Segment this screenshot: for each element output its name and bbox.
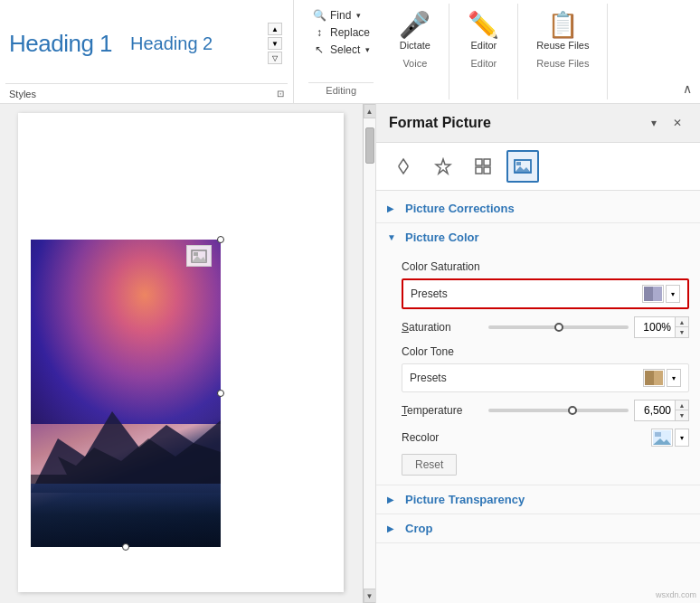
editor-group: ✏️ Editor Editor: [449, 4, 518, 99]
picture-color-content: Color Saturation Presets ▾: [376, 251, 700, 485]
saturation-presets-dropdown[interactable]: ▾: [642, 285, 680, 303]
svg-rect-6: [476, 159, 482, 165]
watermark: wsxdn.com: [656, 590, 696, 599]
tab-layout[interactable]: [467, 150, 499, 183]
mountain-silhouette: [31, 384, 221, 493]
tab-effects[interactable]: [427, 150, 459, 183]
temperature-slider-track[interactable]: [488, 409, 629, 412]
reset-container: Reset: [402, 454, 689, 476]
saturation-presets-icon[interactable]: [642, 285, 664, 303]
editor-label: Editor: [470, 40, 497, 51]
temperature-label: Temperature: [402, 404, 483, 417]
reset-button[interactable]: Reset: [402, 454, 457, 476]
svg-rect-11: [516, 162, 521, 165]
crop-section: ▶ Crop: [376, 514, 700, 543]
image-container[interactable]: [31, 240, 221, 547]
styles-section: Heading 1 Heading 2 ▲ ▼ ▽ Styles ⊡: [0, 0, 294, 103]
editor-icon: ✏️: [468, 13, 499, 38]
scrollbar-thumb[interactable]: [365, 127, 374, 164]
document-scrollbar[interactable]: ▲ ▼: [363, 104, 375, 603]
main-area: ▲ ▼: [0, 104, 700, 603]
ribbon-collapse-button[interactable]: ∧: [678, 80, 696, 98]
panel-header: Format Picture ▾ ✕: [376, 104, 700, 143]
heading2-style[interactable]: Heading 2: [130, 33, 213, 54]
tab-picture[interactable]: [506, 150, 539, 183]
find-dropdown-arrow[interactable]: ▾: [356, 11, 361, 20]
document-image[interactable]: [31, 240, 221, 547]
handle-top-right[interactable]: [217, 236, 224, 243]
color-title: Picture Color: [405, 231, 479, 244]
editor-group-label: Editor: [470, 58, 497, 69]
ribbon-right: 🔍 Find ▾ ↕ Replace ↖ Select ▾ Editing 🎤: [294, 0, 700, 103]
scroll-up-arrow[interactable]: ▲: [268, 23, 282, 35]
color-expand-arrow: ▼: [387, 232, 398, 242]
saturation-slider-thumb[interactable]: [554, 323, 563, 332]
temperature-up-arrow[interactable]: ▲: [676, 400, 688, 410]
format-picture-panel: Format Picture ▾ ✕: [375, 104, 700, 603]
svg-marker-5: [436, 159, 450, 174]
panel-title: Format Picture: [389, 115, 491, 131]
voice-group-label: Voice: [402, 58, 427, 69]
saturation-down-arrow[interactable]: ▼: [676, 327, 688, 337]
scroll-down-arrow[interactable]: ▼: [268, 37, 282, 50]
styles-footer: Styles ⊡: [5, 83, 288, 103]
saturation-label: Saturation: [402, 321, 483, 334]
dictate-group: 🎤 Dictate Voice: [381, 4, 449, 99]
fill-line-icon: [394, 157, 412, 175]
tone-presets-icon[interactable]: [643, 369, 665, 387]
temperature-down-arrow[interactable]: ▼: [676, 410, 688, 420]
picture-color-header[interactable]: ▼ Picture Color: [376, 223, 700, 251]
effects-icon: [434, 157, 452, 175]
svg-marker-4: [192, 256, 206, 262]
recolor-dropdown[interactable]: ▾: [651, 429, 689, 447]
picture-corrections-header[interactable]: ▶ Picture Corrections: [376, 194, 700, 222]
picture-transparency-header[interactable]: ▶ Picture Transparency: [376, 485, 700, 513]
crop-title: Crop: [405, 522, 432, 535]
find-button[interactable]: 🔍 Find ▾: [308, 7, 374, 24]
select-button[interactable]: ↖ Select ▾: [308, 42, 374, 58]
picture-corrections-section: ▶ Picture Corrections: [376, 194, 700, 223]
panel-header-icons: ▾ ✕: [644, 113, 687, 133]
tone-presets-label: Presets: [410, 372, 447, 384]
panel-scroll-area[interactable]: ▶ Picture Corrections ▼ Picture Color Co…: [376, 191, 700, 603]
temperature-slider-thumb[interactable]: [568, 406, 577, 415]
panel-dropdown-icon[interactable]: ▾: [644, 113, 664, 133]
replace-button[interactable]: ↕ Replace: [308, 24, 374, 41]
recolor-icon[interactable]: [651, 429, 673, 447]
color-saturation-label: Color Saturation: [402, 260, 689, 273]
saturation-value-input[interactable]: [635, 317, 675, 337]
transparency-expand-arrow: ▶: [387, 495, 398, 504]
select-dropdown-arrow[interactable]: ▾: [365, 45, 370, 54]
heading1-style[interactable]: Heading 1: [9, 30, 112, 58]
scrollbar-down-arrow[interactable]: ▼: [364, 589, 376, 603]
panel-close-button[interactable]: ✕: [667, 113, 687, 133]
color-tone-label: Color Tone: [402, 345, 689, 358]
scroll-more-arrow[interactable]: ▽: [268, 52, 282, 64]
recolor-dropdown-arrow[interactable]: ▾: [675, 429, 689, 447]
saturation-up-arrow[interactable]: ▲: [676, 317, 688, 327]
picture-icon: [514, 157, 532, 175]
saturation-presets-arrow[interactable]: ▾: [666, 285, 680, 303]
handle-mid-right[interactable]: [217, 390, 224, 397]
document-page: [18, 113, 344, 592]
saturation-slider-track[interactable]: [488, 325, 629, 329]
scrollbar-track[interactable]: [364, 118, 376, 589]
svg-rect-16: [654, 371, 663, 385]
temperature-value-input[interactable]: [635, 400, 675, 420]
saturation-spinner[interactable]: ▲ ▼: [634, 316, 689, 338]
tone-presets-arrow[interactable]: ▾: [667, 369, 681, 387]
crop-header[interactable]: ▶ Crop: [376, 514, 700, 542]
dictate-icon: 🎤: [399, 13, 430, 38]
styles-expand-icon[interactable]: ⊡: [277, 89, 284, 99]
recolor-row: Recolor ▾: [402, 429, 689, 447]
reuse-files-button[interactable]: 📋 Reuse Files: [527, 7, 598, 56]
svg-rect-3: [194, 252, 198, 256]
tone-presets-dropdown[interactable]: ▾: [643, 369, 681, 387]
dictate-button[interactable]: 🎤 Dictate: [390, 7, 440, 56]
svg-rect-18: [655, 432, 661, 437]
tab-fill-line[interactable]: [387, 150, 420, 183]
editor-button[interactable]: ✏️ Editor: [459, 7, 508, 56]
handle-bottom-mid[interactable]: [122, 543, 129, 551]
scrollbar-up-arrow[interactable]: ▲: [364, 104, 376, 118]
temperature-spinner[interactable]: ▲ ▼: [634, 400, 689, 421]
